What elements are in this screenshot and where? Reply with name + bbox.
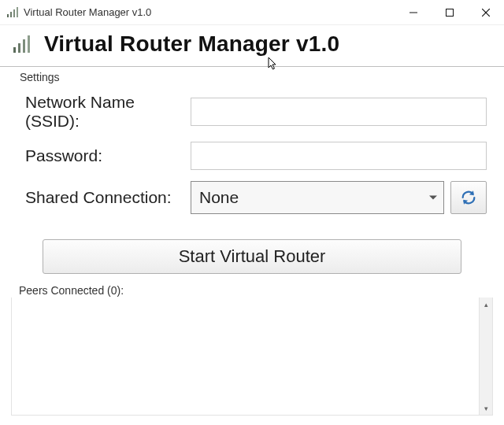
peers-scrollbar[interactable]: ▴ ▾: [479, 298, 492, 415]
svg-rect-2: [13, 9, 15, 17]
ssid-input[interactable]: [191, 98, 487, 126]
settings-group: Settings Network Name (SSID): Password: …: [9, 72, 495, 228]
shared-connection-row: Shared Connection: None: [17, 181, 487, 214]
start-button-wrap: Start Virtual Router: [0, 233, 504, 283]
refresh-icon: [460, 189, 477, 206]
peers-list: ▴ ▾: [11, 298, 493, 416]
svg-rect-1: [10, 12, 12, 17]
wifi-bars-icon: [6, 6, 19, 19]
peers-group-label: Peers Connected (0):: [17, 284, 125, 297]
start-virtual-router-button[interactable]: Start Virtual Router: [43, 239, 461, 274]
svg-rect-9: [18, 43, 20, 53]
svg-rect-0: [7, 14, 9, 17]
ssid-label: Network Name (SSID):: [17, 93, 191, 131]
maximize-button[interactable]: [432, 0, 468, 25]
ssid-row: Network Name (SSID):: [17, 93, 487, 131]
settings-group-label: Settings: [18, 71, 61, 83]
svg-rect-3: [17, 7, 18, 17]
shared-connection-selected: None: [199, 188, 239, 207]
close-button[interactable]: [468, 0, 504, 25]
window-title: Virtual Router Manager v1.0: [24, 6, 151, 18]
minimize-button[interactable]: [395, 0, 432, 25]
titlebar: Virtual Router Manager v1.0: [0, 0, 504, 25]
page-title: Virtual Router Manager v1.0: [44, 31, 339, 57]
scroll-up-icon[interactable]: ▴: [480, 298, 492, 311]
scroll-down-icon[interactable]: ▾: [480, 401, 492, 415]
chevron-down-icon: [429, 196, 437, 200]
svg-rect-11: [28, 35, 30, 53]
password-label: Password:: [17, 146, 191, 165]
svg-rect-10: [23, 39, 25, 53]
password-row: Password:: [17, 142, 487, 170]
wifi-bars-icon: [11, 32, 35, 56]
svg-rect-8: [13, 47, 16, 53]
svg-rect-5: [447, 9, 454, 16]
peers-group: Peers Connected (0): ▴ ▾: [9, 286, 495, 422]
password-input[interactable]: [191, 142, 487, 170]
app-header: Virtual Router Manager v1.0: [0, 25, 504, 67]
shared-connection-select[interactable]: None: [191, 181, 444, 214]
shared-connection-label: Shared Connection:: [17, 188, 191, 207]
refresh-connections-button[interactable]: [450, 181, 487, 214]
